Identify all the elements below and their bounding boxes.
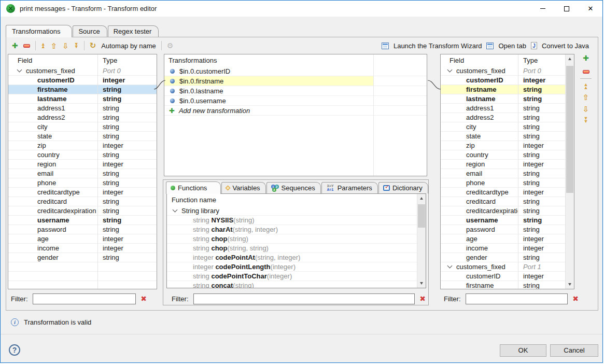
record-group-row[interactable]: customers_fixedPort 0 [8, 66, 157, 76]
field-row-address1[interactable]: address1string [441, 104, 565, 113]
record-group-row[interactable]: customers_fixedPort 0 [441, 66, 565, 76]
field-row-firstname[interactable]: firstnamestring [8, 85, 157, 94]
field-row-username[interactable]: usernamestring [8, 216, 157, 225]
scroll-down-button[interactable] [417, 279, 426, 288]
collapse-chevron-icon[interactable] [173, 207, 178, 213]
field-row-username[interactable]: usernamestring [441, 216, 565, 225]
maximize-button[interactable] [555, 1, 579, 17]
field-row-address1[interactable]: address1string [8, 104, 157, 113]
function-row[interactable]: string chop(string) [167, 234, 417, 244]
field-row-creditcardtype[interactable]: creditcardtypeinteger [441, 188, 565, 197]
close-button[interactable]: ✕ [579, 1, 602, 17]
transformations-header[interactable]: Transformations [164, 54, 427, 66]
field-row-customerID[interactable]: customerIDinteger [8, 76, 157, 85]
tab-source[interactable]: Source [73, 25, 107, 37]
type-column-header[interactable]: Type [97, 54, 157, 66]
move-down-icon[interactable]: ⇩ [583, 105, 589, 113]
scrollbar-thumb[interactable] [566, 66, 573, 193]
field-row-creditcardtype[interactable]: creditcardtypeinteger [8, 188, 157, 197]
field-row-income[interactable]: incomeinteger [441, 244, 565, 253]
field-row-zip[interactable]: zipinteger [441, 141, 565, 150]
field-row-city[interactable]: citystring [441, 122, 565, 132]
move-up-icon[interactable]: ⇧ [583, 93, 589, 101]
move-top-icon[interactable]: ▲▲ [584, 83, 588, 89]
field-row-gender[interactable]: genderstring [441, 253, 565, 262]
field-row-email[interactable]: emailstring [8, 169, 157, 178]
move-up-icon[interactable]: ⇧ [51, 42, 58, 50]
scroll-up-button[interactable] [566, 54, 574, 63]
transformation-row[interactable]: $in.0.firstname [164, 76, 427, 86]
add-field-icon[interactable]: ✚ [583, 54, 589, 62]
launch-wizard-button[interactable]: Launch the Transform Wizard [394, 42, 482, 50]
automap-icon[interactable]: ↻ [90, 41, 96, 50]
remove-field-icon[interactable] [583, 70, 589, 74]
field-row-state[interactable]: statestring [441, 132, 565, 141]
scroll-down-button[interactable] [566, 280, 574, 289]
collapse-chevron-icon[interactable] [17, 67, 22, 73]
move-down-icon[interactable]: ⇩ [62, 42, 69, 50]
field-row-lastname[interactable]: lastnamestring [441, 94, 565, 104]
function-list-header[interactable]: Function name [167, 194, 426, 206]
function-row[interactable]: string NYSIIS(string) [167, 216, 417, 225]
scrollbar-thumb[interactable] [418, 204, 425, 228]
tab-sequences[interactable]: Sequences [266, 182, 321, 193]
cancel-button[interactable]: Cancel [550, 344, 598, 357]
clear-filter-icon[interactable]: ✖ [419, 295, 426, 303]
add-icon[interactable]: ✚ [12, 42, 18, 49]
scroll-up-button[interactable] [417, 194, 426, 203]
help-button[interactable]: ? [9, 344, 20, 356]
field-row-state[interactable]: statestring [8, 132, 157, 141]
field-row-creditcard[interactable]: creditcardstring [8, 197, 157, 206]
collapse-chevron-icon[interactable] [447, 67, 453, 73]
titlebar[interactable]: print messages - Transform - Transform e… [1, 1, 602, 17]
automap-by-name-button[interactable]: Automap by name [101, 42, 156, 50]
field-row-firstname[interactable]: firstnamestring [441, 281, 565, 289]
function-row[interactable]: string concat(string) [167, 281, 417, 288]
tab-regex-tester[interactable]: Regex tester [108, 25, 159, 37]
move-top-icon[interactable]: ▲▲ [41, 43, 46, 49]
field-row-creditcardexpiration[interactable]: creditcardexpirationstring [8, 206, 157, 216]
open-tab-button[interactable]: Open tab [498, 42, 526, 50]
field-row-customerID[interactable]: customerIDinteger [441, 272, 565, 281]
function-row[interactable]: string chop(string, string) [167, 244, 417, 253]
clear-filter-icon[interactable]: ✖ [141, 295, 147, 303]
function-list-scrollbar[interactable] [417, 194, 426, 288]
field-row-age[interactable]: ageinteger [441, 234, 565, 244]
field-row-address2[interactable]: address2string [441, 113, 565, 122]
minimize-button[interactable] [531, 1, 555, 17]
tab-transformations[interactable]: Transformations [6, 25, 72, 37]
function-filter-field[interactable] [193, 293, 415, 304]
tab-parameters[interactable]: Parameters [321, 182, 378, 193]
output-table-scrollbar[interactable] [565, 54, 574, 289]
add-new-transformation-row[interactable]: ✚Add new transformation [164, 106, 427, 116]
field-row-region[interactable]: regioninteger [441, 160, 565, 169]
field-row-city[interactable]: citystring [8, 122, 157, 132]
collapse-chevron-icon[interactable] [447, 263, 453, 269]
tab-dictionary[interactable]: Dictionary [378, 182, 428, 193]
ok-button[interactable]: OK [500, 344, 546, 357]
field-row-password[interactable]: passwordstring [441, 225, 565, 234]
field-row-customerID[interactable]: customerIDinteger [441, 76, 565, 85]
transformation-row[interactable]: $in.0.lastname [164, 86, 427, 96]
field-row-gender[interactable]: genderstring [8, 253, 157, 262]
input-filter-field[interactable] [33, 293, 136, 304]
output-filter-field[interactable] [466, 293, 568, 304]
field-row-phone[interactable]: phonestring [441, 178, 565, 188]
field-row-country[interactable]: countrystring [8, 150, 157, 160]
move-bottom-icon[interactable]: ▼▼ [584, 117, 588, 123]
tab-functions[interactable]: Functions [166, 181, 221, 194]
field-row-zip[interactable]: zipinteger [8, 141, 157, 150]
function-row[interactable]: integer codePointAt(string, integer) [167, 253, 417, 262]
convert-to-java-button[interactable]: Convert to Java [542, 42, 589, 50]
field-row-creditcardexpiration[interactable]: creditcardexpirationstring [441, 206, 565, 216]
function-row[interactable]: string charAt(string, integer) [167, 225, 417, 234]
transformation-row[interactable]: $in.0.customerID [164, 66, 427, 76]
field-row-country[interactable]: countrystring [441, 150, 565, 160]
record-group-row[interactable]: customers_fixedPort 1 [441, 262, 565, 272]
settings-gear-icon[interactable]: ⚙ [167, 41, 174, 50]
field-row-firstname[interactable]: firstnamestring [441, 85, 565, 94]
field-column-header[interactable]: Field [8, 54, 97, 66]
field-row-email[interactable]: emailstring [441, 169, 565, 178]
field-row-region[interactable]: regioninteger [8, 160, 157, 169]
field-row-income[interactable]: incomeinteger [8, 244, 157, 253]
